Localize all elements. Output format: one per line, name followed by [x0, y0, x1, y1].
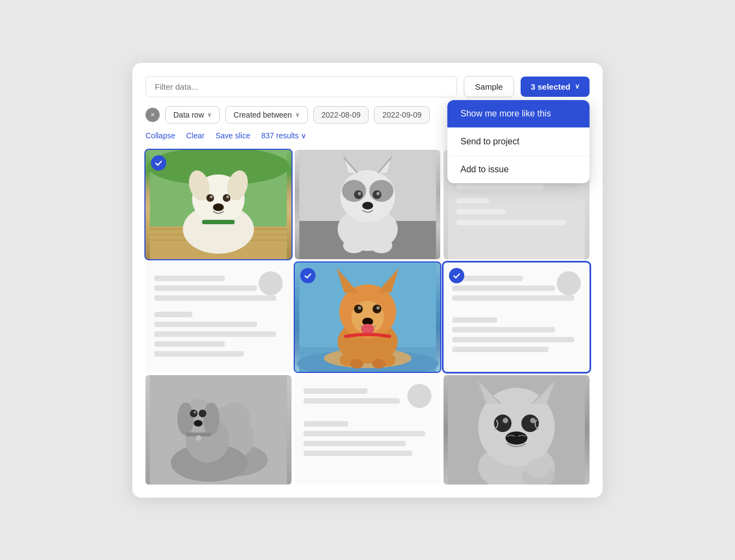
save-slice-link[interactable]: Save slice — [215, 131, 250, 140]
date-end-value: 2022-09-09 — [382, 110, 422, 119]
svg-point-12 — [210, 195, 213, 198]
results-chevron: ∨ — [301, 131, 306, 140]
svg-point-54 — [358, 306, 361, 310]
svg-point-14 — [213, 203, 224, 211]
selected-label: 3 selected — [530, 82, 570, 91]
svg-point-11 — [223, 194, 230, 202]
sample-button[interactable]: Sample — [464, 76, 515, 97]
svg-rect-39 — [457, 184, 544, 189]
svg-point-34 — [343, 238, 365, 253]
svg-point-75 — [199, 410, 206, 417]
created-between-label: Created between — [234, 110, 292, 119]
skeleton-avatar — [407, 384, 431, 408]
selection-badge-1-2 — [449, 268, 464, 283]
grid-cell-2-2[interactable] — [444, 375, 590, 485]
svg-point-88 — [494, 415, 512, 432]
skeleton-line — [304, 431, 425, 436]
svg-point-13 — [226, 195, 229, 198]
skeleton-line — [452, 347, 549, 352]
image-grid — [145, 150, 590, 485]
chevron-down-icon: ∨ — [207, 111, 212, 118]
svg-point-89 — [522, 415, 539, 432]
svg-point-24 — [369, 180, 393, 202]
dog-image-frenchie — [444, 375, 590, 485]
data-row-label: Data row — [173, 110, 204, 119]
skeleton-line — [154, 331, 276, 337]
close-icon: × — [150, 110, 155, 119]
filter-input[interactable] — [145, 76, 457, 97]
skeleton-avatar — [557, 271, 581, 295]
dog-image-dachshund — [145, 375, 291, 485]
svg-point-31 — [358, 192, 361, 195]
svg-point-61 — [372, 359, 385, 369]
skeleton-avatar — [259, 271, 283, 295]
dog-image-white-puppy — [145, 150, 291, 259]
svg-point-17 — [222, 236, 242, 249]
svg-point-33 — [362, 202, 373, 209]
svg-point-55 — [376, 306, 380, 310]
skeleton-line — [154, 351, 244, 357]
skeleton-line — [154, 341, 225, 347]
skeleton-line — [452, 317, 497, 323]
grid-cell-2-1[interactable] — [295, 375, 441, 485]
grid-cell-1-1[interactable] — [295, 262, 441, 372]
main-container: Sample 3 selected ∨ × Data row ∨ Created… — [132, 63, 603, 498]
svg-point-35 — [370, 238, 392, 253]
svg-rect-40 — [457, 198, 489, 203]
grid-cell-1-0[interactable] — [145, 262, 291, 372]
data-row-filter-chip[interactable]: Data row ∨ — [165, 106, 220, 124]
svg-point-72 — [177, 402, 194, 435]
svg-point-94 — [527, 458, 551, 478]
skeleton-line — [452, 327, 555, 332]
date-end-chip[interactable]: 2022-09-09 — [374, 106, 430, 124]
collapse-link[interactable]: Collapse — [145, 131, 175, 140]
svg-point-32 — [376, 192, 380, 195]
clear-filter-button[interactable]: × — [145, 108, 160, 122]
skeleton-line — [452, 337, 574, 342]
svg-point-23 — [342, 180, 366, 202]
skeleton-line — [304, 451, 412, 456]
grid-cell-0-0[interactable] — [145, 150, 291, 259]
svg-point-90 — [503, 418, 509, 423]
send-to-project-item[interactable]: Send to project — [447, 128, 590, 156]
skeleton-line — [304, 421, 348, 427]
selection-badge-0-0 — [151, 155, 166, 171]
selection-badge-1-1 — [300, 268, 316, 283]
add-to-issue-item[interactable]: Add to issue — [447, 156, 590, 183]
skeleton-line — [452, 295, 574, 301]
results-count: 837 results — [261, 131, 299, 140]
dog-image-husky — [295, 150, 441, 259]
grid-cell-0-1[interactable] — [295, 150, 441, 259]
svg-rect-15 — [202, 220, 235, 224]
skeleton-line — [304, 388, 368, 394]
header-row: Sample 3 selected ∨ — [145, 76, 590, 97]
skeleton-line — [304, 441, 406, 446]
grid-cell-2-0[interactable] — [145, 375, 291, 485]
show-more-like-this-item[interactable]: Show me more like this — [447, 100, 590, 128]
clear-link[interactable]: Clear — [186, 131, 204, 140]
svg-rect-42 — [457, 220, 566, 225]
selected-button[interactable]: 3 selected ∨ — [521, 77, 590, 97]
chevron-down-icon: ∨ — [575, 83, 580, 90]
skeleton-line — [452, 285, 555, 291]
date-start-chip[interactable]: 2022-08-09 — [313, 106, 369, 124]
svg-point-77 — [194, 420, 202, 427]
skeleton-line — [154, 312, 192, 317]
svg-point-74 — [190, 410, 197, 417]
svg-point-92 — [506, 431, 528, 445]
svg-point-16 — [195, 236, 214, 249]
dropdown-menu: Show me more like this Send to project A… — [447, 100, 590, 183]
chevron-down-icon: ∨ — [295, 111, 300, 118]
svg-rect-41 — [457, 209, 506, 214]
created-between-filter-chip[interactable]: Created between ∨ — [225, 106, 308, 124]
svg-point-76 — [194, 411, 196, 413]
dog-image-corgi — [295, 262, 441, 372]
skeleton-line — [154, 322, 257, 327]
skeleton-line — [304, 398, 400, 404]
svg-point-79 — [196, 435, 201, 441]
white-puppy-svg — [145, 150, 291, 259]
grid-cell-1-2[interactable] — [444, 262, 590, 372]
svg-point-60 — [350, 359, 363, 369]
svg-point-10 — [206, 194, 214, 202]
results-button[interactable]: 837 results ∨ — [261, 131, 306, 140]
